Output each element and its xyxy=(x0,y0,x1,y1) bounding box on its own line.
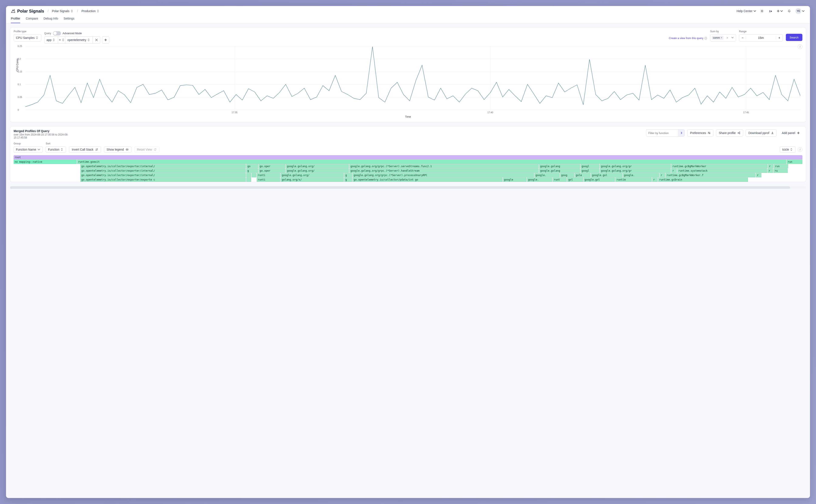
show-legend-button[interactable]: Show legend xyxy=(104,146,131,153)
flame-frame[interactable]: google. xyxy=(623,173,659,177)
theme-toggle[interactable] xyxy=(759,8,765,14)
flame-frame[interactable]: gole xyxy=(575,173,591,177)
chart-plot[interactable]: CPU Cores 00.050.10.150.20.2517:3517:401… xyxy=(25,46,800,110)
breadcrumb-project[interactable]: Production xyxy=(81,9,100,13)
flame-frame[interactable]: go.opentelemetry.io/collector/exporter/i… xyxy=(80,173,246,177)
flame-frame[interactable]: google. xyxy=(535,173,560,177)
download-pprof-button[interactable]: Download pprof xyxy=(746,129,777,137)
flame-frame[interactable]: run xyxy=(774,164,788,168)
flame-frame[interactable]: google.gol xyxy=(591,173,622,177)
range-minus-button[interactable]: − xyxy=(739,36,746,40)
flame-frame[interactable]: go.opentelemetry.io/collector/exporter/i… xyxy=(80,169,246,173)
flame-frame[interactable]: root xyxy=(14,155,802,160)
flame-frame[interactable]: runtime.gcDrain xyxy=(658,178,748,182)
flame-frame[interactable]: go xyxy=(246,164,258,168)
filter-go-button[interactable] xyxy=(678,130,685,136)
flame-frame[interactable]: google.golang.org/gr xyxy=(600,164,671,168)
filter-remove-button[interactable] xyxy=(93,36,100,44)
tab-settings[interactable]: Settings xyxy=(64,17,74,23)
flame-frame[interactable]: r xyxy=(652,178,658,182)
flame-frame[interactable]: google.golang.org/gr xyxy=(600,169,671,173)
tab-profiler[interactable]: Profiler xyxy=(11,17,20,23)
tab-debug-info[interactable]: Debug Info xyxy=(44,17,58,23)
reset-view-button[interactable]: Reset View xyxy=(134,146,160,153)
flame-frame[interactable]: go.oper xyxy=(259,169,285,173)
flame-frame[interactable]: google.gol xyxy=(584,178,615,182)
flame-frame[interactable]: runtime.systemstack xyxy=(677,169,767,173)
range-plus-button[interactable]: + xyxy=(776,36,783,40)
flame-frame[interactable]: runtime.goexit xyxy=(77,160,786,164)
panel-info-button[interactable]: i xyxy=(798,147,802,152)
add-panel-button[interactable]: Add panel xyxy=(779,129,802,137)
flame-frame[interactable]: google.golang.org/ xyxy=(281,173,344,177)
flame-frame[interactable]: google.golang.org/grpc.(*Server).handleS… xyxy=(349,169,539,173)
flame-frame[interactable]: go.opentelemetry.io/collector/exporter/e… xyxy=(80,178,246,182)
flame-frame[interactable]: google.golang.org/grpc.(*Server).serveSt… xyxy=(349,164,539,168)
filter-value-select[interactable]: opentelemetry xyxy=(65,36,93,44)
flame-frame[interactable]: runti xyxy=(257,173,280,177)
flame-frame[interactable]: ru xyxy=(774,169,788,173)
add-menu[interactable] xyxy=(776,8,784,14)
preferences-button[interactable]: Preferences xyxy=(687,129,713,137)
filter-by-function-input[interactable] xyxy=(646,130,678,136)
flame-frame[interactable]: google.golang.org/ xyxy=(286,169,349,173)
flame-frame[interactable]: google.golang xyxy=(539,169,580,173)
flame-frame[interactable]: googl xyxy=(581,164,600,168)
flame-frame[interactable]: google.golang.org/ xyxy=(286,164,349,168)
flame-frame[interactable]: google xyxy=(503,178,527,182)
share-profile-button[interactable]: Share profile xyxy=(716,129,743,137)
filter-op-select[interactable]: = xyxy=(58,36,65,44)
flame-frame[interactable]: google. xyxy=(527,178,552,182)
flame-frame[interactable]: go.oper xyxy=(259,164,285,168)
add-filter-button[interactable] xyxy=(102,36,109,44)
flame-frame[interactable]: runti xyxy=(257,178,280,182)
horizontal-scrollbar[interactable] xyxy=(10,186,806,189)
breadcrumb-org[interactable]: Polar Signals xyxy=(52,9,74,13)
flame-frame[interactable]: g xyxy=(344,178,352,182)
flame-frame[interactable]: runtim xyxy=(615,178,652,182)
flame-frame[interactable]: no mapping::native xyxy=(14,160,77,164)
user-menu[interactable]: YE xyxy=(795,8,805,14)
flame-frame[interactable]: go.opentelemetry.io/collector/exporter/i… xyxy=(80,164,246,168)
help-center-link[interactable]: Help Center xyxy=(737,9,756,13)
sort-select[interactable]: Function xyxy=(46,146,66,153)
flame-frame[interactable]: run xyxy=(787,160,802,164)
flame-frame[interactable]: runtime.gcBgMarkWorker xyxy=(671,164,768,168)
advanced-mode-toggle[interactable] xyxy=(53,31,61,35)
group-select[interactable]: Function Name xyxy=(14,146,43,153)
flame-frame[interactable]: goog xyxy=(560,173,574,177)
flame-frame[interactable]: golang.org/x/ xyxy=(281,178,344,182)
filter-key-select[interactable]: app xyxy=(44,36,58,44)
profile-type-select[interactable]: CPU Samples xyxy=(14,34,41,41)
flame-frame[interactable] xyxy=(246,178,251,182)
flame-frame[interactable]: r xyxy=(660,173,665,177)
flame-frame[interactable] xyxy=(246,173,251,177)
flame-frame[interactable]: r xyxy=(671,169,677,173)
org-members-button[interactable] xyxy=(768,8,773,14)
flame-frame[interactable]: r xyxy=(768,164,774,168)
flame-frame[interactable]: runtime.gcBgMarkWorker.f xyxy=(666,173,755,177)
flame-frame[interactable]: r xyxy=(756,173,761,177)
sumby-select[interactable]: comm × × xyxy=(710,34,736,41)
view-mode-select[interactable]: Icicle xyxy=(780,146,796,153)
search-button[interactable]: Search xyxy=(786,34,802,41)
flame-frame[interactable]: g xyxy=(344,173,352,177)
flame-frame[interactable] xyxy=(251,173,256,177)
brand-logo[interactable]: Polar Signals xyxy=(11,9,44,14)
chip-remove-icon[interactable]: × xyxy=(721,36,722,39)
sumby-clear[interactable]: × xyxy=(725,36,730,40)
flame-frame[interactable]: google.golang xyxy=(539,164,580,168)
flame-frame[interactable]: google.golang.org/grpc.(*Server).process… xyxy=(352,173,534,177)
flame-frame[interactable]: g xyxy=(246,169,258,173)
flame-frame[interactable]: googl xyxy=(581,169,600,173)
flame-frame[interactable]: runt xyxy=(553,178,567,182)
flame-frame[interactable]: go.opentelemetry.io/collector/pdata/int … xyxy=(352,178,502,182)
create-view-link[interactable]: Create a view from this query xyxy=(669,37,707,40)
chevron-down-icon[interactable] xyxy=(730,36,735,40)
notifications-button[interactable] xyxy=(786,8,792,14)
flame-frame[interactable]: gol xyxy=(567,178,583,182)
tab-compare[interactable]: Compare xyxy=(26,17,38,23)
range-value[interactable]: 15m xyxy=(746,36,776,40)
invert-call-stack-button[interactable]: Invert Call Stack xyxy=(69,146,101,153)
flame-frame[interactable]: r xyxy=(768,169,773,173)
